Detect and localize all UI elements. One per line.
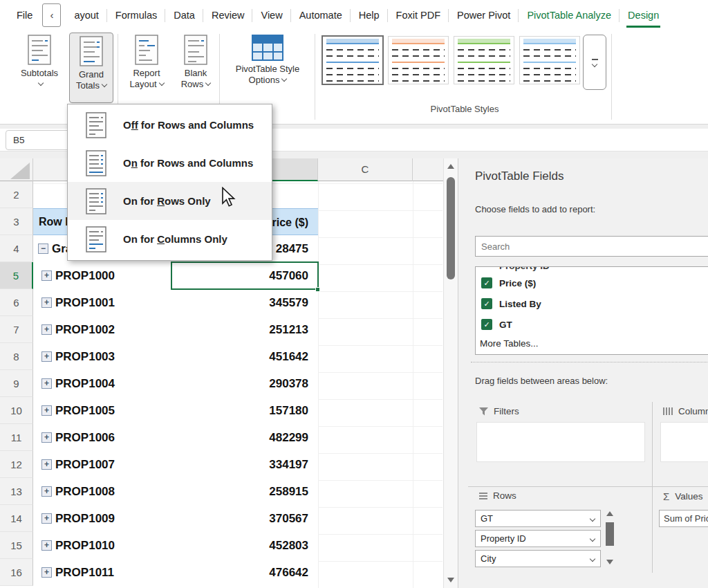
- rows-field-city[interactable]: City: [475, 550, 601, 567]
- menu-item-on-columns-only[interactable]: On for Columns Only: [68, 220, 272, 258]
- expand-icon[interactable]: +: [41, 270, 52, 281]
- tab-view[interactable]: View: [252, 1, 290, 30]
- checkbox-checked-icon[interactable]: ✓: [481, 298, 492, 309]
- row-header-9[interactable]: 9: [0, 370, 33, 397]
- pivot-row-label[interactable]: +PROP1000: [33, 262, 171, 289]
- ribbon-collapse-button[interactable]: ‹: [42, 3, 61, 27]
- columns-dropzone[interactable]: [660, 422, 708, 462]
- scroll-down-icon[interactable]: [447, 578, 454, 582]
- row-header-10[interactable]: 10: [0, 397, 33, 424]
- pivot-row-value[interactable]: 258915: [171, 478, 318, 505]
- row-header-7[interactable]: 7: [0, 316, 33, 343]
- pivot-row-value[interactable]: 157180: [171, 397, 318, 424]
- pivot-row-label[interactable]: +PROP1006: [33, 424, 171, 451]
- scroll-up-icon[interactable]: [606, 511, 613, 516]
- styles-gallery-more-button[interactable]: [583, 35, 606, 90]
- chevron-down-icon[interactable]: [590, 536, 595, 542]
- fields-search-input[interactable]: [475, 236, 708, 257]
- pivot-row-label[interactable]: +PROP1004: [33, 370, 171, 397]
- pivot-row-value[interactable]: 345579: [171, 289, 318, 316]
- pivot-style-swatch-1[interactable]: [322, 36, 383, 84]
- pivot-row-label[interactable]: +PROP1002: [33, 316, 171, 343]
- subtotals-button[interactable]: Subtotals: [11, 35, 68, 90]
- expand-icon[interactable]: +: [41, 297, 52, 308]
- tab-power-pivot[interactable]: Power Pivot: [449, 1, 519, 30]
- row-header-16[interactable]: 16: [0, 559, 33, 586]
- fill-handle[interactable]: [315, 287, 320, 292]
- pivot-row-label[interactable]: +PROP1009: [33, 505, 171, 532]
- expand-icon[interactable]: +: [41, 567, 52, 578]
- field-item-listed-by[interactable]: ✓ Listed By: [476, 293, 708, 314]
- blank-rows-button[interactable]: Blank Rows: [174, 35, 217, 90]
- expand-icon[interactable]: +: [41, 378, 52, 389]
- pivot-row-label[interactable]: +PROP1005: [33, 397, 171, 424]
- filters-dropzone[interactable]: [476, 422, 645, 462]
- row-header-8[interactable]: 8: [0, 343, 33, 370]
- expand-icon[interactable]: +: [41, 432, 52, 443]
- select-all-corner[interactable]: [0, 158, 33, 181]
- rows-field-gt[interactable]: GT: [475, 510, 601, 527]
- field-item-price[interactable]: ✓ Price ($): [476, 273, 708, 293]
- pivot-row-value[interactable]: 452803: [171, 532, 318, 559]
- report-layout-button[interactable]: Report Layout: [122, 35, 171, 90]
- pivot-row-value[interactable]: 251213: [171, 316, 318, 343]
- pivot-row-value[interactable]: 334197: [171, 451, 318, 478]
- pivot-row-value[interactable]: 451642: [171, 343, 318, 370]
- pivot-row-label[interactable]: +PROP1011: [33, 559, 171, 586]
- row-header-6[interactable]: 6: [0, 289, 33, 316]
- menu-item-on-rows-columns[interactable]: On for Rows and Columns: [68, 144, 272, 182]
- row-header-12[interactable]: 12: [0, 451, 33, 478]
- checkbox-checked-icon[interactable]: ✓: [481, 277, 492, 288]
- expand-icon[interactable]: +: [41, 324, 52, 335]
- expand-icon[interactable]: +: [41, 513, 52, 524]
- chevron-down-icon[interactable]: [590, 516, 595, 522]
- row-header-2[interactable]: 2: [0, 181, 33, 208]
- pivot-row-label[interactable]: +PROP1001: [33, 289, 171, 316]
- tab-formulas[interactable]: Formulas: [107, 1, 165, 30]
- row-header-14[interactable]: 14: [0, 505, 33, 532]
- expand-icon[interactable]: +: [41, 486, 52, 497]
- tab-help[interactable]: Help: [351, 1, 388, 30]
- rows-field-property-id[interactable]: Property ID: [475, 530, 601, 547]
- pivot-row-value[interactable]: 482299: [171, 424, 318, 451]
- rows-area-scrollbar[interactable]: [604, 510, 616, 569]
- pivot-style-swatch-4[interactable]: [519, 36, 580, 84]
- tab-review[interactable]: Review: [203, 1, 253, 30]
- more-tables-link[interactable]: More Tables...: [476, 335, 708, 353]
- expand-icon[interactable]: +: [41, 540, 52, 551]
- pivot-row-label[interactable]: +PROP1003: [33, 343, 171, 370]
- row-header-11[interactable]: 11: [0, 424, 33, 451]
- pivot-row-label[interactable]: +PROP1008: [33, 478, 171, 505]
- sheet-vertical-scrollbar[interactable]: [443, 158, 458, 588]
- scroll-down-icon[interactable]: [606, 560, 613, 564]
- tab-design[interactable]: Design: [620, 1, 667, 30]
- clipped-field-item[interactable]: Property ID: [476, 267, 708, 273]
- pivot-style-swatch-2[interactable]: [388, 36, 449, 84]
- row-header-13[interactable]: 13: [0, 478, 33, 505]
- pivot-row-label[interactable]: +PROP1007: [33, 451, 171, 478]
- row-header-5[interactable]: 5: [0, 262, 33, 289]
- expand-icon[interactable]: +: [41, 351, 52, 362]
- column-header-d[interactable]: [413, 158, 442, 181]
- scrollbar-thumb[interactable]: [447, 177, 455, 279]
- scrollbar-thumb[interactable]: [606, 522, 614, 546]
- tab-pivottable-analyze[interactable]: PivotTable Analyze: [519, 1, 620, 30]
- checkbox-checked-icon[interactable]: ✓: [481, 319, 492, 330]
- row-header-15[interactable]: 15: [0, 532, 33, 559]
- scroll-up-icon[interactable]: [447, 164, 454, 169]
- pivot-row-value[interactable]: 290378: [171, 370, 318, 397]
- values-field-sum-of-price[interactable]: Sum of Price ($): [659, 510, 708, 527]
- chevron-down-icon[interactable]: [590, 556, 595, 562]
- collapse-icon[interactable]: −: [38, 244, 48, 254]
- tab-foxit-pdf[interactable]: Foxit PDF: [388, 1, 449, 30]
- column-header-c[interactable]: C: [318, 158, 413, 181]
- expand-icon[interactable]: +: [41, 459, 52, 470]
- menu-item-on-rows-only[interactable]: On for Rows Only: [68, 182, 272, 220]
- tab-page-layout-partial[interactable]: ayout: [66, 1, 106, 30]
- expand-icon[interactable]: +: [41, 405, 52, 416]
- grand-totals-button[interactable]: Grand Totals: [69, 33, 113, 103]
- pivot-row-label[interactable]: +PROP1010: [33, 532, 171, 559]
- menu-item-off-rows-columns[interactable]: Off for Rows and Columns: [68, 106, 272, 144]
- pivot-row-value[interactable]: 370567: [171, 505, 318, 532]
- pivot-style-swatch-3[interactable]: [454, 36, 514, 84]
